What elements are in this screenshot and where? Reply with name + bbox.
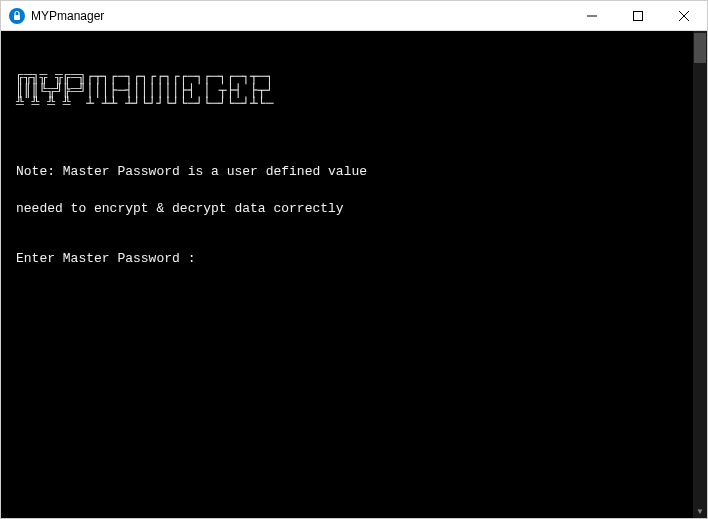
minimize-button[interactable] [569, 1, 615, 30]
maximize-button[interactable] [615, 1, 661, 30]
app-icon [9, 8, 25, 24]
terminal-container: ╔╦╗╦ ╦╔═╗┌┬┐┌─┐┌┐┌┌┐┌┌─┐┌─┐┌─┐┬─┐ ║║║╚╦╝… [1, 31, 707, 518]
app-window: MYPmanager ╔╦╗╦ ╦╔═╗┌┬┐┌─┐┌┐┌┌┐┌┌─┐┌─┐┌─… [0, 0, 708, 519]
svg-rect-3 [634, 11, 643, 20]
vertical-scrollbar[interactable]: ▲ ▼ [693, 31, 707, 518]
terminal[interactable]: ╔╦╗╦ ╦╔═╗┌┬┐┌─┐┌┐┌┌┐┌┌─┐┌─┐┌─┐┬─┐ ║║║╚╦╝… [4, 34, 690, 515]
scrollbar-thumb[interactable] [694, 33, 706, 63]
svg-rect-1 [14, 15, 20, 20]
password-prompt[interactable]: Enter Master Password : [16, 250, 678, 268]
window-title: MYPmanager [31, 9, 569, 23]
titlebar[interactable]: MYPmanager [1, 1, 707, 31]
note-line-1: Note: Master Password is a user defined … [16, 163, 678, 181]
note-line-2: needed to encrypt & decrypt data correct… [16, 200, 678, 218]
close-button[interactable] [661, 1, 707, 30]
ascii-banner: ╔╦╗╦ ╦╔═╗┌┬┐┌─┐┌┐┌┌┐┌┌─┐┌─┐┌─┐┬─┐ ║║║╚╦╝… [16, 70, 678, 111]
window-controls [569, 1, 707, 30]
scroll-down-arrow[interactable]: ▼ [693, 504, 707, 518]
